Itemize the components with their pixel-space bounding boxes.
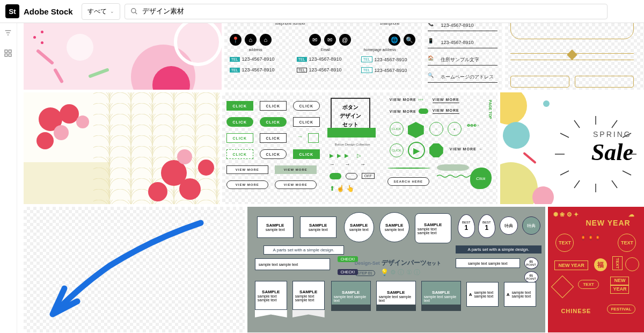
svg-line-29 (623, 171, 631, 175)
svg-point-20 (177, 149, 192, 164)
svg-rect-6 (9, 50, 11, 53)
result-tile[interactable]: SPRING Sale (500, 92, 644, 204)
search-input[interactable] (142, 8, 602, 16)
header: St Adobe Stock すべて ⌄ (0, 0, 644, 23)
result-tile[interactable]: SAMPLEsample text SAMPLEsample text SAMP… (247, 207, 546, 332)
svg-point-19 (76, 115, 89, 128)
svg-line-24 (560, 133, 569, 137)
svg-line-1 (135, 12, 137, 15)
logo-text[interactable]: Adobe Stock (24, 7, 73, 16)
filter-icon[interactable] (4, 28, 13, 38)
svg-point-0 (131, 9, 135, 13)
svg-line-31 (612, 180, 617, 188)
result-tile[interactable]: 📞123-4567-8910 📱123-4567-8910 🏠住所サンプル文字 … (425, 23, 502, 90)
result-tile[interactable]: CLICK CLICK CLICK CLICK CLICK CLICK CLIC… (222, 92, 497, 204)
svg-line-22 (574, 120, 580, 128)
spring-label: SPRING (591, 130, 633, 139)
svg-point-18 (54, 125, 69, 140)
svg-point-15 (179, 178, 201, 200)
view-icon[interactable] (4, 49, 13, 59)
result-tile[interactable] (24, 207, 245, 332)
svg-line-30 (574, 180, 580, 188)
logo-icon[interactable]: St (5, 4, 19, 18)
svg-point-12 (60, 104, 79, 124)
svg-point-13 (36, 132, 54, 149)
svg-point-16 (148, 182, 167, 201)
result-tile[interactable]: NEW YEAR TEXT TEXT 🏮 🏮 🏮 NEW YEAR 福 TEXT… (548, 207, 644, 332)
result-tile[interactable] (505, 23, 644, 90)
svg-line-28 (560, 171, 569, 175)
svg-rect-10 (24, 162, 109, 204)
sale-label: Sale (591, 139, 633, 166)
result-tile[interactable] (24, 23, 222, 90)
category-dropdown[interactable]: すべて ⌄ (82, 3, 120, 20)
search-icon (130, 8, 138, 15)
chevron-down-icon: ⌄ (110, 9, 114, 14)
results-grid: telephone number smartphone 📍⌂⌂ ✉✉@ 🌐🔍 a… (17, 23, 644, 333)
svg-rect-7 (5, 54, 8, 56)
sidebar (0, 23, 17, 333)
result-tile[interactable] (24, 92, 219, 204)
svg-point-17 (198, 160, 214, 176)
result-tile[interactable]: telephone number smartphone 📍⌂⌂ ✉✉@ 🌐🔍 a… (224, 23, 422, 90)
svg-rect-8 (9, 54, 11, 56)
svg-line-23 (612, 120, 617, 128)
search-box[interactable] (125, 4, 608, 19)
svg-rect-5 (5, 50, 8, 53)
dropdown-label: すべて (87, 7, 107, 16)
